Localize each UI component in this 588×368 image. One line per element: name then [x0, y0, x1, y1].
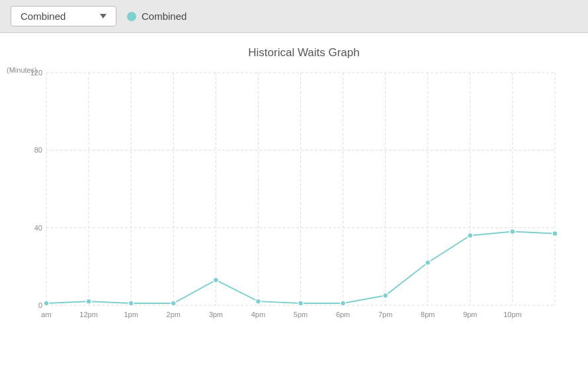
svg-point-37 [213, 277, 218, 283]
legend-dot-icon [127, 12, 136, 21]
chart-title: Historical Waits Graph [40, 46, 568, 59]
svg-point-36 [171, 301, 176, 306]
svg-point-34 [86, 299, 91, 304]
combined-dropdown[interactable]: Combined [11, 6, 116, 26]
svg-point-40 [341, 301, 346, 306]
y-axis-label: (Minutes) [7, 66, 37, 74]
svg-text:am: am [41, 311, 51, 318]
svg-point-45 [552, 231, 558, 236]
dropdown-arrow-icon [100, 14, 106, 18]
svg-point-39 [298, 301, 304, 306]
svg-text:1pm: 1pm [124, 311, 138, 318]
svg-text:9pm: 9pm [463, 311, 477, 318]
chart-area: (Minutes) 04080120am12pm1pm2pm3pm4pm5pm6… [40, 66, 568, 328]
svg-text:0: 0 [38, 301, 42, 309]
top-bar: Combined Combined [0, 0, 588, 33]
svg-point-41 [383, 293, 388, 298]
svg-text:80: 80 [34, 146, 42, 154]
svg-point-33 [44, 301, 49, 306]
svg-text:5pm: 5pm [294, 311, 308, 318]
historical-waits-graph: 04080120am12pm1pm2pm3pm4pm5pm6pm7pm8pm9p… [40, 66, 568, 328]
svg-text:40: 40 [34, 224, 42, 232]
legend-item: Combined [127, 11, 187, 22]
svg-text:7pm: 7pm [378, 311, 392, 318]
legend-label: Combined [142, 11, 187, 22]
svg-point-35 [128, 301, 134, 306]
svg-text:2pm: 2pm [167, 311, 181, 318]
svg-text:12pm: 12pm [79, 311, 98, 318]
svg-point-38 [255, 299, 261, 304]
svg-text:4pm: 4pm [251, 311, 265, 318]
chart-container: Historical Waits Graph (Minutes) 0408012… [0, 33, 588, 368]
svg-point-43 [468, 233, 473, 238]
svg-text:10pm: 10pm [503, 311, 522, 318]
svg-point-44 [510, 229, 515, 235]
dropdown-label: Combined [21, 11, 65, 22]
svg-text:6pm: 6pm [336, 311, 350, 318]
svg-point-42 [425, 260, 431, 265]
svg-text:8pm: 8pm [421, 311, 435, 318]
svg-text:3pm: 3pm [209, 311, 223, 318]
